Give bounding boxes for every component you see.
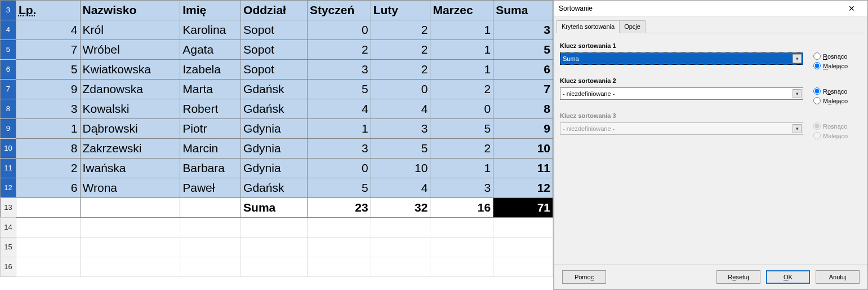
- sort-key2-desc-radio[interactable]: Malejąco: [813, 97, 848, 104]
- chevron-down-icon: ▾: [793, 54, 802, 63]
- cell-lp[interactable]: 4: [16, 20, 80, 40]
- table-row: 11 2 Iwańska Barbara Gdynia 0 10 1 11: [1, 159, 553, 178]
- cancel-button[interactable]: Anuluj: [816, 270, 860, 284]
- dialog-titlebar[interactable]: Sortowanie ✕: [554, 1, 867, 16]
- dialog-button-bar: Pomoc Resetuj OK Anuluj: [554, 264, 867, 284]
- table-row: 12 6 Wrona Paweł Gdańsk 5 4 3 12: [1, 178, 553, 198]
- sum-sty[interactable]: 23: [307, 198, 371, 218]
- col-header-nazwisko[interactable]: Nazwisko: [80, 1, 180, 20]
- dialog-panel: Klucz sortowania 1 Suma ▾ Rosnąco Maleją…: [554, 33, 867, 142]
- reset-button[interactable]: Resetuj: [716, 270, 760, 284]
- sum-label[interactable]: Suma: [241, 198, 308, 218]
- sum-row: 13 Suma 23 32 16 71: [1, 198, 553, 218]
- sort-key3-combo: - niezdefiniowane - ▾: [560, 122, 803, 135]
- table-row: 16: [1, 257, 553, 277]
- sort-key2-asc-radio[interactable]: Rosnąco: [813, 87, 848, 95]
- table-row: 8 3 Kowalski Robert Gdańsk 4 4 0 8: [1, 99, 553, 119]
- data-table: 3 Lp. Nazwisko Imię Oddział Styczeń Luty…: [0, 0, 553, 277]
- col-header-marzec[interactable]: Marzec: [430, 1, 493, 20]
- sort-dialog: Sortowanie ✕ Kryteria sortowania Opcje K…: [554, 0, 868, 290]
- header-row: 3 Lp. Nazwisko Imię Oddział Styczeń Luty…: [1, 1, 553, 20]
- sum-mar[interactable]: 16: [430, 198, 493, 218]
- table-row: 9 1 Dąbrowski Piotr Gdynia 1 3 5 9: [1, 119, 553, 139]
- row-number[interactable]: 11: [1, 159, 16, 178]
- sort-key1-label: Klucz sortowania 1: [560, 42, 862, 49]
- tab-criteria[interactable]: Kryteria sortowania: [557, 20, 620, 33]
- table-row: 4 4 Król Karolina Sopot 0 2 1 3: [1, 20, 553, 40]
- cell-lut[interactable]: 2: [371, 20, 430, 40]
- sort-key2-combo[interactable]: - niezdefiniowane - ▾: [560, 87, 803, 100]
- row-number[interactable]: 15: [1, 238, 16, 257]
- chevron-down-icon: ▾: [793, 124, 802, 133]
- table-row: 7 9 Zdanowska Marta Gdańsk 5 0 2 7: [1, 80, 553, 99]
- row-number[interactable]: 13: [1, 198, 16, 218]
- row-number[interactable]: 6: [1, 60, 16, 80]
- col-header-oddzial[interactable]: Oddział: [241, 1, 308, 20]
- dialog-title: Sortowanie: [559, 5, 593, 12]
- row-number[interactable]: 7: [1, 80, 16, 99]
- chevron-down-icon: ▾: [793, 89, 802, 98]
- help-button[interactable]: Pomoc: [562, 270, 606, 284]
- row-number[interactable]: 9: [1, 119, 16, 139]
- cell-mar[interactable]: 1: [430, 20, 493, 40]
- sort-key3-desc-radio: Malejąco: [813, 132, 848, 139]
- ok-button[interactable]: OK: [766, 270, 810, 284]
- row-number[interactable]: 14: [1, 218, 16, 238]
- table-row: 15: [1, 238, 553, 257]
- sort-key3-value: - niezdefiniowane -: [563, 125, 615, 132]
- sum-lut[interactable]: 32: [371, 198, 430, 218]
- cell-imie[interactable]: Karolina: [180, 20, 241, 40]
- row-number[interactable]: 16: [1, 257, 16, 277]
- sort-key1-value: Suma: [563, 55, 579, 62]
- sort-key1-asc-radio[interactable]: Rosnąco: [813, 52, 848, 60]
- sort-key1-desc-radio[interactable]: Malejąco: [813, 62, 848, 69]
- row-number[interactable]: 10: [1, 139, 16, 159]
- cell-sum[interactable]: 3: [493, 20, 553, 40]
- col-header-lp[interactable]: Lp.: [16, 1, 80, 20]
- sort-key2-value: - niezdefiniowane -: [563, 90, 615, 97]
- table-row: 5 7 Wróbel Agata Sopot 2 2 1 5: [1, 40, 553, 60]
- table-row: 10 8 Zakrzewski Marcin Gdynia 3 5 2 10: [1, 139, 553, 159]
- row-number[interactable]: 5: [1, 40, 16, 60]
- col-header-suma[interactable]: Suma: [493, 1, 553, 20]
- sort-key3-asc-radio: Rosnąco: [813, 122, 848, 130]
- row-number[interactable]: 12: [1, 178, 16, 198]
- tab-options[interactable]: Opcje: [619, 20, 646, 33]
- table-row: 6 5 Kwiatkowska Izabela Sopot 3 2 1 6: [1, 60, 553, 80]
- cell-sty[interactable]: 0: [307, 20, 371, 40]
- cell-oddzial[interactable]: Sopot: [241, 20, 308, 40]
- col-header-styczen[interactable]: Styczeń: [307, 1, 371, 20]
- close-icon[interactable]: ✕: [840, 4, 863, 13]
- col-header-imie[interactable]: Imię: [180, 1, 241, 20]
- sort-key1-combo[interactable]: Suma ▾: [560, 52, 803, 65]
- sum-total[interactable]: 71: [493, 198, 553, 218]
- row-number[interactable]: 3: [1, 1, 16, 20]
- col-header-luty[interactable]: Luty: [371, 1, 430, 20]
- sort-key2-label: Klucz sortowania 2: [560, 77, 862, 84]
- dialog-tabs: Kryteria sortowania Opcje: [557, 20, 865, 33]
- table-row: 14: [1, 218, 553, 238]
- spreadsheet-area[interactable]: 3 Lp. Nazwisko Imię Oddział Styczeń Luty…: [0, 0, 554, 290]
- row-number[interactable]: 4: [1, 20, 16, 40]
- sort-key3-label: Klucz sortowania 3: [560, 112, 862, 119]
- cell-nazwisko[interactable]: Król: [80, 20, 180, 40]
- row-number[interactable]: 8: [1, 99, 16, 119]
